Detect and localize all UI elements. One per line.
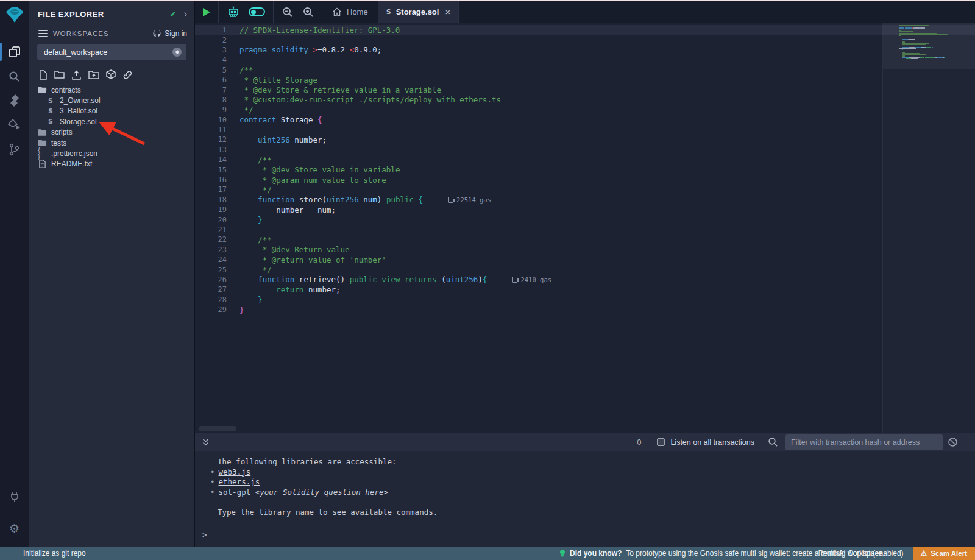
- code-line[interactable]: 12 uint256 number;: [195, 135, 975, 144]
- code-line[interactable]: 6 * @title Storage: [195, 75, 975, 85]
- tree-item[interactable]: S2_Owner.sol: [29, 95, 194, 105]
- sidebar-item-solidity-compiler[interactable]: [0, 88, 29, 113]
- code-line[interactable]: 9 */: [195, 105, 975, 115]
- terminal-line: [195, 497, 975, 508]
- file-tree: contractsS2_Owner.solS3_Ballot.solSStora…: [29, 83, 194, 169]
- search-icon: [768, 437, 778, 447]
- tree-item[interactable]: S3_Ballot.sol: [29, 106, 194, 116]
- terminal-line: •ethers.js: [195, 477, 975, 487]
- sidebar-item-plugin-manager[interactable]: [0, 484, 29, 509]
- minimap[interactable]: [899, 25, 971, 62]
- remix-logo[interactable]: [5, 5, 24, 26]
- filter-input-wrap: [785, 434, 943, 450]
- code-line[interactable]: 13: [195, 145, 975, 155]
- scam-alert-label: Scam Alert: [931, 550, 967, 557]
- code-line[interactable]: 25 */: [195, 264, 975, 274]
- link-icon[interactable]: [122, 70, 133, 80]
- line-number: 7: [195, 86, 227, 94]
- line-number: 20: [195, 216, 227, 224]
- tip-text: To prototype using the Gnosis safe multi…: [626, 549, 884, 558]
- code-editor[interactable]: 1// SPDX-License-Identifier: GPL-3.023pr…: [195, 23, 975, 433]
- sidebar-item-file-explorer[interactable]: [0, 40, 29, 64]
- line-number: 15: [195, 166, 227, 174]
- code-line[interactable]: 24 * @return value of 'number': [195, 255, 975, 264]
- git-init-button[interactable]: Initialize as git repo: [23, 549, 86, 558]
- code-line[interactable]: 1// SPDX-License-Identifier: GPL-3.0: [195, 25, 975, 35]
- workspace-select[interactable]: default_workspace: [37, 44, 186, 60]
- code-line[interactable]: 27 return number;: [195, 285, 975, 294]
- code-line[interactable]: 4: [195, 55, 975, 65]
- tab-storage-sol[interactable]: S Storage.sol ×: [378, 1, 459, 23]
- code-line[interactable]: 2: [195, 35, 975, 44]
- tab-home-label: Home: [347, 7, 368, 16]
- upload-folder-icon[interactable]: [88, 70, 99, 80]
- code-line[interactable]: 26 function retrieve() public view retur…: [195, 275, 975, 285]
- code-line[interactable]: 22 /**: [195, 235, 975, 244]
- terminal-link[interactable]: web3.js: [219, 467, 251, 477]
- code-line[interactable]: 20 }: [195, 214, 975, 224]
- line-number: 1: [195, 26, 227, 34]
- tree-item-label: 3_Ballot.sol: [60, 107, 98, 115]
- solidity-file-icon: S: [386, 8, 391, 16]
- line-number: 16: [195, 175, 227, 184]
- zoom-out-icon[interactable]: [282, 6, 294, 18]
- copilot-toggle[interactable]: [249, 7, 265, 16]
- tree-item[interactable]: contracts: [29, 85, 194, 95]
- file-icon: [37, 160, 47, 168]
- clear-console-icon[interactable]: [948, 437, 958, 447]
- folder-open-icon: [37, 86, 47, 94]
- line-number: 10: [195, 116, 227, 124]
- tree-item[interactable]: { }.prettierrc.json: [29, 148, 194, 158]
- code-line[interactable]: 7 * @dev Store & retrieve value in a var…: [195, 85, 975, 94]
- close-tab-icon[interactable]: ×: [445, 7, 450, 17]
- code-line[interactable]: 14 /**: [195, 155, 975, 165]
- listen-checkbox[interactable]: [657, 438, 665, 446]
- code-line[interactable]: 10contract Storage {: [195, 115, 975, 125]
- line-number: 23: [195, 246, 227, 254]
- minimap-zone[interactable]: [882, 23, 975, 433]
- code-line[interactable]: 29}: [195, 305, 975, 314]
- tab-home[interactable]: Home: [322, 1, 378, 23]
- code-line[interactable]: 16 * @param num value to store: [195, 175, 975, 185]
- terminal-link[interactable]: ethers.js: [219, 477, 260, 486]
- scam-alert-button[interactable]: ⚠ Scam Alert: [913, 547, 975, 560]
- terminal-prompt[interactable]: >: [202, 530, 207, 539]
- code-line[interactable]: 8 * @custom:dev-run-script ./scripts/dep…: [195, 95, 975, 105]
- zoom-in-icon[interactable]: [302, 6, 314, 18]
- sidebar-item-deploy-and-run[interactable]: [0, 113, 29, 137]
- terminal[interactable]: The following libraries are accessible:•…: [195, 451, 975, 547]
- sign-in-button[interactable]: Sign in: [152, 29, 187, 38]
- sidebar-item-git[interactable]: [0, 137, 29, 161]
- tree-item[interactable]: scripts: [29, 127, 194, 138]
- code-line[interactable]: 17 */: [195, 185, 975, 194]
- listen-label[interactable]: Listen on all transactions: [670, 438, 754, 447]
- tree-item[interactable]: SStorage.sol: [29, 116, 194, 127]
- terminal-collapse-button[interactable]: [202, 438, 210, 447]
- upload-file-icon[interactable]: [71, 70, 82, 80]
- run-script-button[interactable]: [203, 8, 210, 16]
- code-line[interactable]: 21: [195, 225, 975, 235]
- lightbulb-icon: [559, 549, 566, 558]
- code-line[interactable]: 23 * @dev Return value: [195, 245, 975, 255]
- horizontal-scrollbar[interactable]: [199, 426, 236, 431]
- tree-item[interactable]: tests: [29, 138, 194, 148]
- code-line[interactable]: 3pragma solidity >=0.8.2 <0.9.0;: [195, 45, 975, 55]
- publish-cube-icon[interactable]: [106, 69, 116, 80]
- code-line[interactable]: 5/**: [195, 65, 975, 75]
- ai-copilot-robot-icon[interactable]: [227, 5, 240, 19]
- code-line[interactable]: 28 }: [195, 295, 975, 305]
- sidebar-item-search[interactable]: [0, 64, 29, 88]
- new-folder-icon[interactable]: [54, 70, 65, 79]
- terminal-output: The following libraries are accessible:•…: [195, 457, 975, 518]
- tree-item[interactable]: README.txt: [29, 159, 194, 169]
- code-line[interactable]: 11: [195, 125, 975, 135]
- code-line[interactable]: 18 function store(uint256 num) public {2…: [195, 195, 975, 205]
- chevron-right-icon[interactable]: ›: [184, 9, 187, 19]
- code-line[interactable]: 15 * @dev Store value in variable: [195, 165, 975, 174]
- sidebar-item-settings[interactable]: ⚙: [0, 516, 29, 541]
- code-line[interactable]: 19 number = num;: [195, 205, 975, 214]
- workspaces-menu-icon[interactable]: [38, 30, 48, 37]
- filter-input[interactable]: [791, 438, 937, 447]
- line-number: 27: [195, 285, 227, 294]
- new-file-icon[interactable]: [38, 70, 48, 80]
